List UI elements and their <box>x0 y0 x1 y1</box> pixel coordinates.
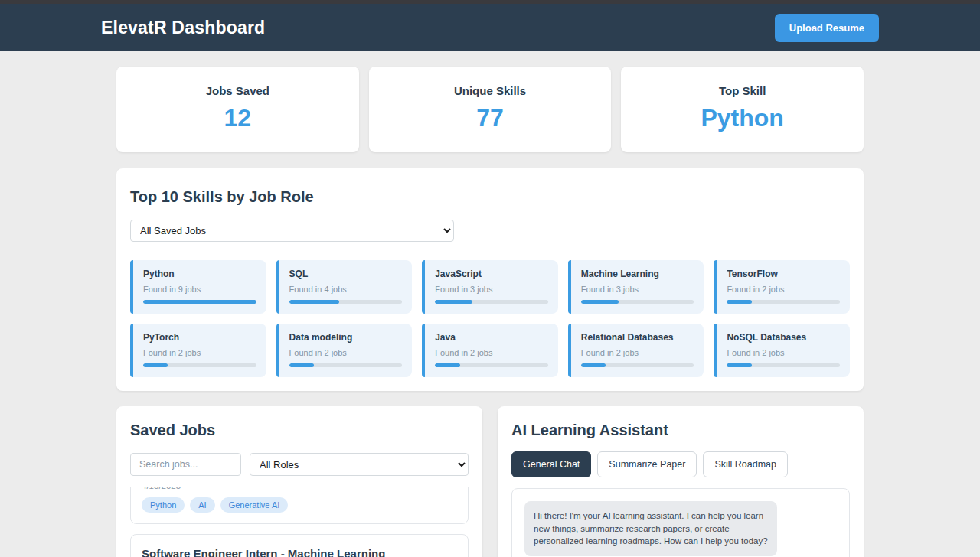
skill-card-java: Java Found in 2 jobs <box>422 324 558 377</box>
skill-count: Found in 4 jobs <box>289 285 403 294</box>
skill-card-sql: SQL Found in 4 jobs <box>276 260 413 314</box>
skill-name: PyTorch <box>143 332 256 343</box>
skill-progress-fill <box>143 300 256 304</box>
skill-card-machine-learning: Machine Learning Found in 3 jobs <box>568 260 704 314</box>
skill-count: Found in 2 jobs <box>727 348 840 357</box>
job-list: 4/15/2025 Python AI Generative AI Softwa… <box>130 487 469 557</box>
skill-count: Found in 3 jobs <box>581 285 694 294</box>
main-content: Jobs Saved 12 Unique Skills 77 Top Skill… <box>116 51 864 557</box>
stat-label: Jobs Saved <box>129 84 347 97</box>
job-date: 4/15/2025 <box>142 487 457 490</box>
job-tags: Python AI Generative AI <box>142 497 457 513</box>
tab-general-chat[interactable]: General Chat <box>511 451 591 477</box>
saved-jobs-section: Saved Jobs All Roles 4/15/2025 Python AI… <box>116 406 482 557</box>
skill-card-tensorflow: TensorFlow Found in 2 jobs <box>714 260 850 314</box>
search-input[interactable] <box>130 453 241 476</box>
skill-progress-track <box>143 300 256 304</box>
skill-count: Found in 2 jobs <box>435 348 548 357</box>
skill-progress-track <box>581 300 694 304</box>
skill-card-python: Python Found in 9 jobs <box>130 260 266 314</box>
skill-name: Java <box>435 332 548 343</box>
header: ElevatR Dashboard Upload Resume <box>0 4 980 51</box>
skill-name: Data modeling <box>289 332 403 343</box>
job-tag: Python <box>142 497 185 513</box>
tab-skill-roadmap[interactable]: Skill Roadmap <box>703 451 788 477</box>
stat-card-unique-skills: Unique Skills 77 <box>369 67 612 152</box>
skill-name: Relational Databases <box>581 332 694 343</box>
skill-name: Machine Learning <box>581 269 694 279</box>
skill-progress-fill <box>581 300 619 304</box>
skill-progress-track <box>435 363 548 367</box>
job-tag: Generative AI <box>220 497 289 513</box>
skill-count: Found in 2 jobs <box>727 285 840 294</box>
skill-name: NoSQL Databases <box>727 332 840 343</box>
stat-card-jobs-saved: Jobs Saved 12 <box>116 67 359 152</box>
skills-section-title: Top 10 Skills by Job Role <box>130 188 850 206</box>
top-skills-section: Top 10 Skills by Job Role All Saved Jobs… <box>116 168 864 391</box>
chat-window: Hi there! I'm your AI learning assistant… <box>511 488 850 557</box>
job-title: Software Engineer Intern - Machine Learn… <box>142 546 457 557</box>
bottom-row: Saved Jobs All Roles 4/15/2025 Python AI… <box>116 406 864 557</box>
skill-card-nosql-databases: NoSQL Databases Found in 2 jobs <box>714 324 850 377</box>
skill-progress-fill <box>435 363 459 367</box>
stat-label: Unique Skills <box>381 84 599 97</box>
skill-progress-fill <box>727 363 751 367</box>
skill-count: Found in 2 jobs <box>143 348 256 357</box>
skill-card-relational-databases: Relational Databases Found in 2 jobs <box>568 324 704 377</box>
saved-jobs-filter-select[interactable]: All Saved Jobs <box>130 220 454 242</box>
skill-card-data-modeling: Data modeling Found in 2 jobs <box>276 324 413 377</box>
skill-name: JavaScript <box>435 269 548 279</box>
stat-value: 77 <box>381 104 599 132</box>
skill-progress-track <box>289 363 403 367</box>
stat-value: Python <box>633 104 851 132</box>
skill-progress-track <box>435 300 548 304</box>
skill-progress-track <box>727 363 840 367</box>
skill-progress-track <box>289 300 403 304</box>
skill-count: Found in 3 jobs <box>435 285 548 294</box>
job-item[interactable]: Software Engineer Intern - Machine Learn… <box>130 534 469 557</box>
skill-count: Found in 2 jobs <box>581 348 694 357</box>
stat-label: Top Skill <box>633 84 851 97</box>
job-tag: AI <box>190 497 214 513</box>
skill-progress-track <box>581 363 694 367</box>
skill-progress-fill <box>581 363 606 367</box>
skill-progress-fill <box>289 363 314 367</box>
skill-progress-fill <box>289 300 339 304</box>
skill-card-javascript: JavaScript Found in 3 jobs <box>422 260 558 314</box>
skill-progress-fill <box>727 300 751 304</box>
app-title: ElevatR Dashboard <box>101 18 265 38</box>
skill-count: Found in 2 jobs <box>289 348 403 357</box>
assistant-tabs: General Chat Summarize Paper Skill Roadm… <box>511 451 850 477</box>
skill-name: SQL <box>289 269 403 279</box>
ai-assistant-section: AI Learning Assistant General Chat Summa… <box>498 406 864 557</box>
skill-card-pytorch: PyTorch Found in 2 jobs <box>130 324 266 377</box>
roles-filter-select[interactable]: All Roles <box>250 453 469 476</box>
assistant-message-bubble: Hi there! I'm your AI learning assistant… <box>524 501 777 556</box>
skill-progress-fill <box>143 363 168 367</box>
skill-name: Python <box>143 269 256 279</box>
saved-jobs-title: Saved Jobs <box>130 422 469 439</box>
ai-assistant-title: AI Learning Assistant <box>511 422 850 439</box>
skill-name: TensorFlow <box>727 269 840 279</box>
skill-progress-fill <box>435 300 472 304</box>
stat-card-top-skill: Top Skill Python <box>621 67 864 152</box>
saved-jobs-controls: All Roles <box>130 453 469 476</box>
tab-summarize-paper[interactable]: Summarize Paper <box>597 451 697 477</box>
skills-grid: Python Found in 9 jobs SQL Found in 4 jo… <box>130 260 850 377</box>
skill-progress-track <box>727 300 840 304</box>
upload-resume-button[interactable]: Upload Resume <box>775 14 879 42</box>
skill-count: Found in 9 jobs <box>143 285 256 294</box>
stats-row: Jobs Saved 12 Unique Skills 77 Top Skill… <box>116 67 864 152</box>
job-item[interactable]: 4/15/2025 Python AI Generative AI <box>130 487 469 524</box>
skill-progress-track <box>143 363 256 367</box>
stat-value: 12 <box>129 104 347 132</box>
